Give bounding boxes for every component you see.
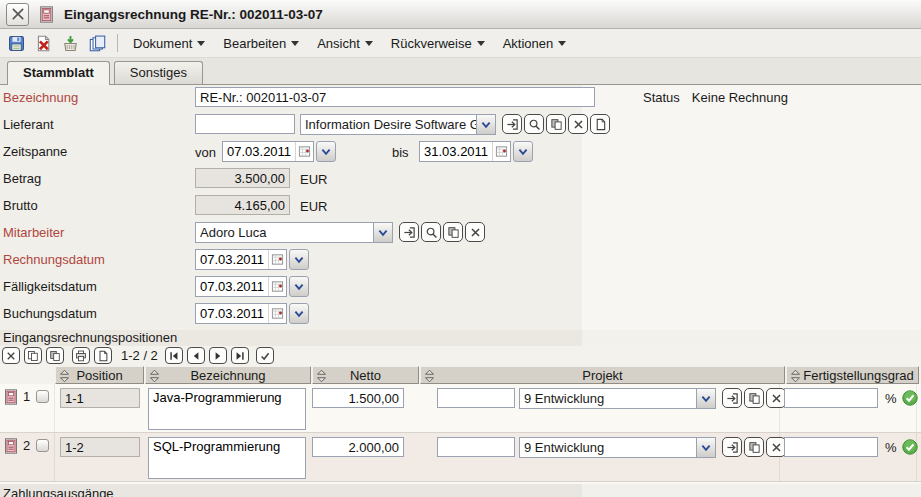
von-calendar-button[interactable] xyxy=(295,142,313,161)
sort-button[interactable] xyxy=(790,369,801,383)
bis-date-input[interactable] xyxy=(420,143,492,161)
column-label: Projekt xyxy=(582,368,622,383)
bis-calendar-button[interactable] xyxy=(492,142,510,161)
calendar-button[interactable] xyxy=(268,277,286,296)
betrag-input xyxy=(195,168,290,188)
bezeichnung-cell-textarea[interactable]: Java-Programmierung xyxy=(148,388,306,430)
goto-button[interactable] xyxy=(502,114,522,134)
menu-aktionen[interactable]: Aktionen xyxy=(496,33,574,54)
dropdown-arrow-icon[interactable] xyxy=(696,389,715,408)
prev-page-button[interactable] xyxy=(187,347,205,364)
positions-clear-button[interactable] xyxy=(2,347,20,364)
confirm-button[interactable] xyxy=(256,347,274,364)
save-button[interactable] xyxy=(5,32,28,55)
mitarbeiter-select[interactable]: Adoro Luca xyxy=(195,222,393,243)
sort-button[interactable] xyxy=(316,369,327,383)
paste-icon xyxy=(748,392,761,405)
bis-date-dropdown-button[interactable] xyxy=(513,141,533,162)
menu-dokument[interactable]: Dokument xyxy=(126,33,212,54)
next-page-button[interactable] xyxy=(209,347,227,364)
sort-button[interactable] xyxy=(59,369,70,383)
projekt-select[interactable]: 9 Entwicklung xyxy=(519,437,716,458)
tab-sonstiges[interactable]: Sonstiges xyxy=(114,61,203,84)
archive-button[interactable] xyxy=(59,32,82,55)
dropdown-arrow-icon[interactable] xyxy=(696,438,715,457)
bezeichnung-input[interactable] xyxy=(195,87,595,107)
basket-upload-icon xyxy=(62,35,79,52)
window-title: Eingangsrechnung RE-Nr.: 002011-03-07 xyxy=(64,7,323,22)
clear-button[interactable] xyxy=(568,114,588,134)
paste-button[interactable] xyxy=(744,437,764,457)
tab-stammblatt[interactable]: Stammblatt xyxy=(7,61,110,85)
delete-button[interactable] xyxy=(32,32,55,55)
row-bezeichnung: Bezeichnung Status Keine Rechnung xyxy=(0,87,921,114)
search-button[interactable] xyxy=(524,114,544,134)
netto-cell-input[interactable] xyxy=(312,388,404,408)
dropdown-arrow-icon[interactable] xyxy=(373,223,392,242)
position-document-icon[interactable] xyxy=(3,438,19,454)
close-button[interactable] xyxy=(6,3,29,26)
sort-icon xyxy=(59,369,70,383)
next-page-icon xyxy=(212,350,224,362)
fertigstellungsgrad-input[interactable] xyxy=(784,388,878,408)
paste-button[interactable] xyxy=(744,388,764,408)
search-button[interactable] xyxy=(421,222,441,242)
column-header-fertigstellungsgrad: Fertigstellungsgrad xyxy=(786,366,919,384)
position-document-icon[interactable] xyxy=(3,389,19,405)
von-date-dropdown-button[interactable] xyxy=(316,141,336,162)
sort-button[interactable] xyxy=(149,369,160,383)
calendar-button[interactable] xyxy=(268,304,286,323)
status-ok-icon[interactable] xyxy=(902,439,918,455)
faelligkeitsdatum-input[interactable] xyxy=(196,278,268,296)
von-date-input[interactable] xyxy=(223,143,295,161)
positions-print-button[interactable] xyxy=(72,347,90,364)
paste-button[interactable] xyxy=(546,114,566,134)
tab-label: Sonstiges xyxy=(130,65,187,80)
buchungsdatum-input[interactable] xyxy=(196,305,268,323)
fertigstellungsgrad-input[interactable] xyxy=(784,437,878,457)
positions-new-button[interactable] xyxy=(94,347,112,364)
first-page-icon xyxy=(168,350,180,362)
last-page-button[interactable] xyxy=(231,347,249,364)
von-label: von xyxy=(195,141,222,160)
goto-icon xyxy=(726,392,739,405)
calendar-button[interactable] xyxy=(268,250,286,269)
position-cell-input xyxy=(60,388,140,408)
copy-button[interactable] xyxy=(86,32,109,55)
faelligkeitsdatum-dropdown-button[interactable] xyxy=(289,276,309,297)
rechnungsdatum-input[interactable] xyxy=(196,251,268,269)
dropdown-arrow-icon[interactable] xyxy=(476,115,495,134)
calendar-icon xyxy=(271,280,284,293)
positions-copy-button[interactable] xyxy=(24,347,42,364)
status-ok-icon[interactable] xyxy=(902,390,918,406)
projekt-code-input[interactable] xyxy=(437,388,515,408)
paste-button[interactable] xyxy=(443,222,463,242)
first-page-button[interactable] xyxy=(165,347,183,364)
projekt-code-input[interactable] xyxy=(437,437,515,457)
goto-button[interactable] xyxy=(722,388,742,408)
betrag-label: Betrag xyxy=(0,168,195,186)
goto-button[interactable] xyxy=(399,222,419,242)
lieferant-actions xyxy=(502,114,612,134)
clear-button[interactable] xyxy=(766,388,786,408)
clear-button[interactable] xyxy=(465,222,485,242)
netto-cell-input[interactable] xyxy=(312,437,404,457)
clear-button[interactable] xyxy=(766,437,786,457)
menu-ansicht[interactable]: Ansicht xyxy=(310,33,380,54)
positions-paste-button[interactable] xyxy=(46,347,64,364)
lieferant-select[interactable]: Information Desire Software Gml xyxy=(300,114,496,135)
projekt-select[interactable]: 9 Entwicklung xyxy=(519,388,716,409)
menu-bearbeiten[interactable]: Bearbeiten xyxy=(216,33,306,54)
row-checkbox[interactable] xyxy=(36,439,49,452)
sort-button[interactable] xyxy=(424,369,435,383)
row-checkbox[interactable] xyxy=(36,390,49,403)
bis-label: bis xyxy=(392,141,419,160)
goto-button[interactable] xyxy=(722,437,742,457)
rechnungsdatum-dropdown-button[interactable] xyxy=(289,249,309,270)
lieferant-code-input[interactable] xyxy=(195,114,295,134)
buchungsdatum-dropdown-button[interactable] xyxy=(289,303,309,324)
new-button[interactable] xyxy=(590,114,610,134)
bezeichnung-cell-textarea[interactable]: SQL-Programmierung xyxy=(148,437,306,479)
menu-rueckverweise[interactable]: Rückverweise xyxy=(384,33,492,54)
zahlungsausgaenge-section-title: Zahlungsausgänge xyxy=(0,482,921,497)
